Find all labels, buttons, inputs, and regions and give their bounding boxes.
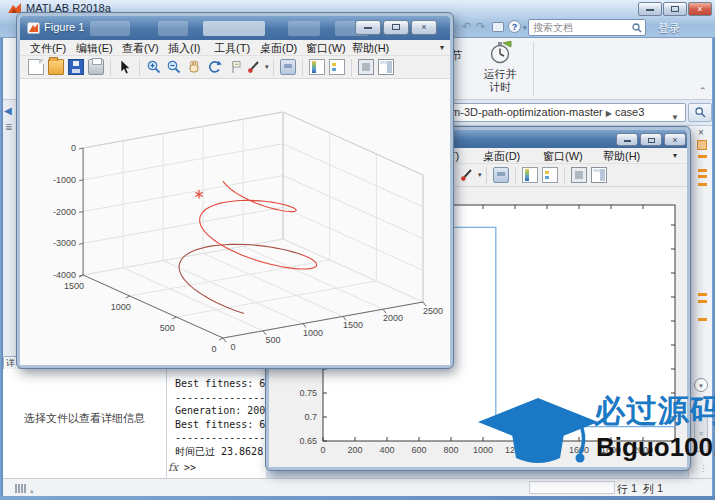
brush-dropdown-icon[interactable]: ▾ xyxy=(265,63,269,71)
warning-marker[interactable] xyxy=(698,300,707,303)
search-input[interactable]: 搜索文档 xyxy=(528,19,646,36)
print-icon[interactable] xyxy=(88,59,104,75)
menu-3[interactable]: 查看(V) xyxy=(122,41,159,56)
main-maximize-button[interactable] xyxy=(663,2,687,16)
menu-5[interactable]: 工具(T) xyxy=(214,41,250,56)
dropdown-icon[interactable]: ▾ xyxy=(523,24,527,32)
show-plot-tools-icon[interactable] xyxy=(591,167,607,183)
menu-overflow-icon[interactable]: ▾ xyxy=(440,43,444,52)
menu-overflow-icon[interactable]: ▾ xyxy=(673,151,677,160)
menu-6[interactable]: 桌面(D) xyxy=(483,149,520,164)
menu-6[interactable]: 桌面(D) xyxy=(260,41,297,56)
save-icon[interactable] xyxy=(68,59,84,75)
link-plots-icon[interactable] xyxy=(280,59,296,75)
open-file-icon[interactable] xyxy=(48,59,64,75)
search-icon xyxy=(695,107,706,118)
status-bar: ▴ 行 1 列 1 xyxy=(3,478,712,496)
toolbar-separator xyxy=(110,59,111,76)
col-label: 列 xyxy=(643,482,654,497)
figure1-close-button[interactable]: × xyxy=(411,20,437,35)
glass-reflection xyxy=(203,21,265,36)
menu-7[interactable]: 窗口(W) xyxy=(543,149,583,164)
search-placeholder: 搜索文档 xyxy=(533,22,573,33)
glass-reflection xyxy=(288,21,320,36)
close-icon[interactable]: × xyxy=(698,127,704,138)
warning-marker[interactable] xyxy=(698,183,707,186)
fx-icon: fx xyxy=(168,461,178,474)
main-close-button[interactable]: × xyxy=(688,2,712,16)
warning-marker[interactable] xyxy=(698,293,707,296)
figure2-maximize-button[interactable] xyxy=(640,133,662,146)
zoom-out-icon[interactable] xyxy=(166,59,182,75)
folder-search-button[interactable] xyxy=(688,103,712,122)
command-prompt[interactable]: >> xyxy=(184,462,196,473)
insert-colorbar-icon[interactable] xyxy=(522,167,538,183)
breadcrumb-dropdown-icon[interactable]: ▼ xyxy=(671,109,679,122)
brush-dropdown-icon[interactable]: ▾ xyxy=(478,171,482,179)
data-cursor-icon[interactable] xyxy=(226,59,242,75)
login-button[interactable]: 登录 xyxy=(658,21,680,36)
warning-marker[interactable] xyxy=(698,155,707,158)
figure1-maximize-button[interactable] xyxy=(383,20,409,35)
row-label: 行 xyxy=(617,482,628,497)
link-plots-icon[interactable] xyxy=(493,167,509,183)
brush-icon[interactable] xyxy=(246,59,262,75)
stopwatch-icon xyxy=(488,41,512,65)
window-copy-icon[interactable] xyxy=(492,22,504,32)
details-panel: 详 选择文件以查看详细信息 xyxy=(3,368,167,478)
warning-marker[interactable] xyxy=(698,318,707,321)
watermark: 必过源码 Biguo100.CN xyxy=(476,390,714,476)
row-value: 1 xyxy=(631,482,637,494)
status-grip-icon[interactable]: ▴ xyxy=(15,483,34,495)
brush-icon[interactable] xyxy=(459,167,475,183)
menu-2[interactable]: 编辑(E) xyxy=(76,41,113,56)
breadcrumb[interactable]: hm-3D-path-optimization-master ▶ case3 ▼ xyxy=(440,103,686,122)
col-value: 1 xyxy=(657,482,663,494)
menu-8[interactable]: 帮助(H) xyxy=(603,149,640,164)
breadcrumb-current[interactable]: case3 xyxy=(615,106,644,118)
insert-colorbar-icon[interactable] xyxy=(309,59,325,75)
help-icon[interactable]: ? xyxy=(508,20,521,33)
rotate-3d-icon[interactable] xyxy=(206,59,222,75)
warning-marker[interactable] xyxy=(698,175,707,178)
pan-hand-icon[interactable] xyxy=(186,59,202,75)
edit-cursor-icon[interactable] xyxy=(117,59,133,75)
command-window[interactable]: Best fitness: 6. ------------------- Gen… xyxy=(167,368,266,478)
breadcrumb-path[interactable]: hm-3D-path-optimization-master xyxy=(441,106,603,118)
message-indicator-icon[interactable] xyxy=(697,140,707,150)
figure2-minimize-button[interactable] xyxy=(616,133,638,146)
back-arrow-icon[interactable]: ◀ xyxy=(4,105,12,116)
search-icon[interactable] xyxy=(632,23,642,33)
toolbar-separator xyxy=(564,167,565,184)
figure2-close-button[interactable]: × xyxy=(664,133,686,146)
glass-reflection xyxy=(90,21,130,36)
run-time-label-2: 计时 xyxy=(489,81,511,93)
dock-figure-icon[interactable] xyxy=(358,59,374,75)
menu-7[interactable]: 窗口(W) xyxy=(306,41,346,56)
redo-icon[interactable]: ↷ xyxy=(476,20,485,33)
figure1-titlebar[interactable]: Figure 1 × xyxy=(20,16,450,40)
show-plot-tools-icon[interactable] xyxy=(378,59,394,75)
watermark-site-text: Biguo100.CN xyxy=(596,432,715,463)
run-and-time-button[interactable]: 运行并 计时 xyxy=(471,41,529,97)
new-document-icon[interactable] xyxy=(28,59,44,75)
zoom-in-icon[interactable] xyxy=(146,59,162,75)
figure1-canvas[interactable] xyxy=(20,78,450,365)
collapse-ribbon-icon[interactable]: ⌃ xyxy=(699,86,707,96)
menu-8[interactable]: 帮助(H) xyxy=(352,41,389,56)
undo-icon[interactable]: ↶ xyxy=(462,20,471,33)
menu-lines-icon[interactable]: ≣ xyxy=(5,122,13,132)
watermark-cn-text: 必过源码 xyxy=(594,390,715,432)
ribbon-separator xyxy=(533,42,534,96)
insert-legend-icon[interactable] xyxy=(542,167,558,183)
warning-marker[interactable] xyxy=(698,169,707,172)
figure1-minimize-button[interactable] xyxy=(355,20,381,35)
menu-4[interactable]: 插入(I) xyxy=(168,41,200,56)
menu-1[interactable]: 文件(F) xyxy=(30,41,66,56)
toolbar-separator xyxy=(139,59,140,76)
insert-legend-icon[interactable] xyxy=(329,59,345,75)
glass-reflection xyxy=(158,21,188,36)
matlab-logo-icon xyxy=(8,3,21,14)
dock-figure-icon[interactable] xyxy=(571,167,587,183)
main-minimize-button[interactable] xyxy=(638,2,662,16)
